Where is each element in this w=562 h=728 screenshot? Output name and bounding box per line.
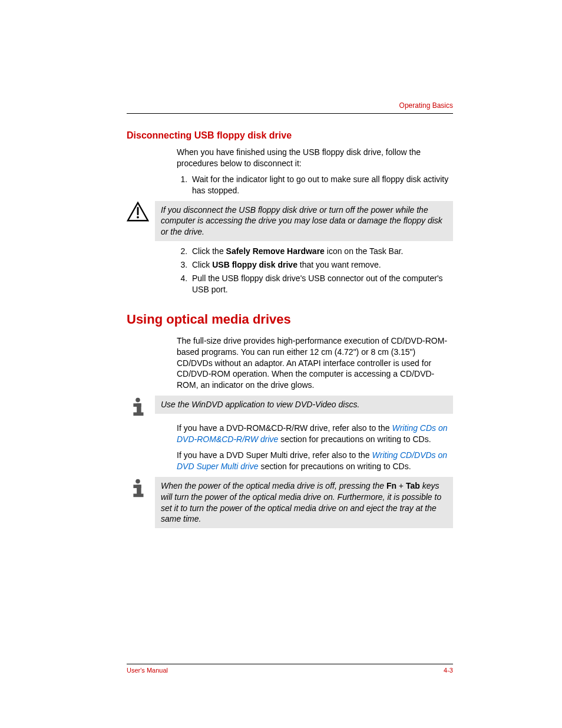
- subheading-disconnect-usb: Disconnecting USB floppy disk drive: [127, 130, 453, 141]
- steps-list: Wait for the indicator light to go out t…: [177, 174, 453, 196]
- svg-rect-6: [133, 413, 143, 416]
- page-footer: User's Manual 4-3: [127, 664, 453, 674]
- caution-callout: If you disconnect the USB floppy disk dr…: [127, 201, 453, 242]
- footer-left: User's Manual: [127, 667, 168, 674]
- info-text-2: When the power of the optical media driv…: [155, 477, 453, 529]
- steps-list-cont: Click the Safely Remove Hardware icon on…: [177, 246, 453, 295]
- step-4: Pull the USB floppy disk drive's USB con…: [190, 273, 453, 295]
- info-callout-2: When the power of the optical media driv…: [127, 477, 453, 529]
- step-3: Click USB floppy disk drive that you wan…: [190, 259, 453, 271]
- info-icon: [127, 477, 149, 499]
- info-icon: [127, 396, 149, 418]
- section-name: Operating Basics: [399, 101, 453, 110]
- optical-p1: If you have a DVD-ROM&CD-R/RW drive, ref…: [177, 423, 453, 445]
- step-2: Click the Safely Remove Hardware icon on…: [190, 246, 453, 257]
- page-header: Operating Basics: [127, 100, 453, 114]
- svg-rect-10: [133, 493, 143, 497]
- heading-optical-drives: Using optical media drives: [127, 312, 453, 327]
- step-1: Wait for the indicator light to go out t…: [190, 174, 453, 196]
- svg-point-2: [137, 216, 139, 218]
- svg-point-7: [135, 479, 140, 484]
- optical-p2: If you have a DVD Super Multi drive, ref…: [177, 450, 453, 472]
- svg-point-3: [135, 398, 140, 403]
- caution-icon: [127, 201, 149, 223]
- caution-text: If you disconnect the USB floppy disk dr…: [155, 201, 453, 242]
- intro-paragraph: When you have finished using the USB flo…: [177, 147, 453, 169]
- footer-page-number: 4-3: [444, 667, 453, 674]
- info-callout-1: Use the WinDVD application to view DVD-V…: [127, 396, 453, 418]
- info-text-1: Use the WinDVD application to view DVD-V…: [155, 396, 453, 414]
- optical-intro: The full-size drive provides high-perfor…: [177, 335, 453, 391]
- document-page: Operating Basics Disconnecting USB flopp…: [0, 0, 562, 674]
